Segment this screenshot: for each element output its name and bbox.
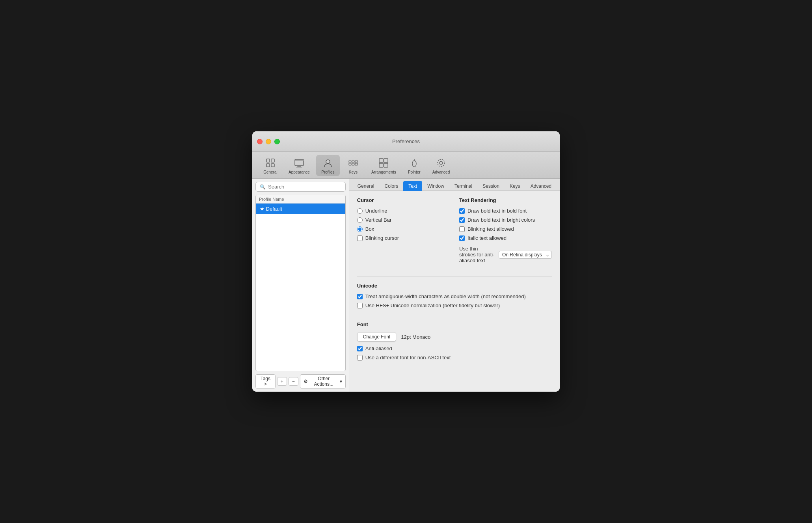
close-button[interactable] [257, 139, 263, 144]
profile-list: Profile Name ★ Default [255, 195, 346, 371]
maximize-button[interactable] [274, 139, 280, 144]
tab-keys[interactable]: Keys [505, 181, 525, 191]
profile-item-label: ★ Default [260, 206, 282, 212]
profiles-icon [322, 157, 334, 169]
blinking-text-option[interactable]: Blinking text allowed [459, 226, 552, 232]
hfs-normalization-option[interactable]: Use HFS+ Unicode normalization (better f… [357, 303, 552, 308]
anti-aliased-checkbox[interactable] [357, 346, 363, 351]
tab-colors[interactable]: Colors [379, 181, 403, 191]
cursor-section: Cursor Underline Vertical Bar [357, 197, 450, 263]
cursor-vertical-bar-label: Vertical Bar [365, 217, 391, 223]
change-font-button[interactable]: Change Font [357, 332, 396, 342]
window-title: Preferences [392, 138, 420, 144]
svg-rect-1 [266, 164, 270, 167]
pointer-icon [408, 157, 421, 169]
add-profile-button[interactable]: + [277, 377, 287, 386]
arrangements-icon [377, 157, 390, 169]
text-rendering-section: Text Rendering Draw bold text in bold fo… [459, 197, 552, 263]
non-ascii-font-option[interactable]: Use a different font for non-ASCII text [357, 355, 552, 360]
top-section: Cursor Underline Vertical Bar [357, 197, 552, 270]
svg-rect-17 [379, 163, 383, 167]
search-box[interactable]: 🔍 [255, 182, 346, 192]
cursor-box[interactable]: Box [357, 226, 450, 232]
tab-window[interactable]: Window [422, 181, 449, 191]
arrangements-label: Arrangements [371, 170, 396, 174]
pointer-label: Pointer [408, 170, 421, 174]
main-panel: General Colors Text Window Terminal Sess… [349, 179, 560, 392]
tab-general[interactable]: General [352, 181, 380, 191]
toolbar-item-advanced[interactable]: Advanced [428, 155, 454, 176]
bold-bright-option[interactable]: Draw bold text in bright colors [459, 217, 552, 223]
text-rendering-options: Draw bold text in bold font Draw bold te… [459, 208, 552, 263]
tags-button[interactable]: Tags > [255, 374, 276, 389]
remove-profile-button[interactable]: − [289, 377, 298, 386]
font-row: Change Font 12pt Monaco [357, 332, 552, 342]
toolbar: General Appearance Profiles [252, 152, 560, 179]
non-ascii-font-checkbox[interactable] [357, 355, 363, 360]
svg-rect-7 [296, 167, 302, 168]
cursor-box-radio[interactable] [357, 226, 363, 232]
tabs-bar: General Colors Text Window Terminal Sess… [349, 179, 560, 191]
svg-rect-0 [266, 159, 270, 162]
profile-item-default[interactable]: ★ Default [256, 204, 345, 214]
unicode-section: Unicode Treat ambiguous-width characters… [357, 283, 552, 308]
svg-rect-2 [271, 159, 274, 162]
blinking-text-checkbox[interactable] [459, 226, 465, 232]
gear-icon: ⚙ [304, 379, 308, 384]
toolbar-item-appearance[interactable]: Appearance [284, 155, 315, 176]
tab-session[interactable]: Session [477, 181, 505, 191]
toolbar-item-keys[interactable]: Keys [341, 155, 365, 176]
ambiguous-width-option[interactable]: Treat ambiguous-width characters as doub… [357, 293, 552, 299]
hfs-normalization-label: Use HFS+ Unicode normalization (better f… [365, 303, 500, 308]
general-icon [264, 157, 277, 169]
anti-aliased-option[interactable]: Anti-aliased [357, 346, 552, 351]
cursor-options: Underline Vertical Bar Box [357, 208, 450, 241]
italic-text-checkbox[interactable] [459, 235, 465, 241]
chevron-down-icon: ▾ [340, 379, 342, 384]
cursor-blinking-checkbox[interactable] [357, 235, 363, 241]
svg-rect-15 [379, 159, 383, 163]
toolbar-item-general[interactable]: General [259, 155, 282, 176]
toolbar-item-profiles[interactable]: Profiles [316, 155, 340, 176]
bold-font-label: Draw bold text in bold font [467, 208, 527, 214]
toolbar-item-arrangements[interactable]: Arrangements [367, 155, 401, 176]
advanced-icon [435, 157, 447, 169]
cursor-underline[interactable]: Underline [357, 208, 450, 214]
tab-advanced[interactable]: Advanced [525, 181, 557, 191]
bold-bright-checkbox[interactable] [459, 217, 465, 223]
sidebar-bottom: Tags > + − ⚙ Other Actions... ▾ [255, 371, 346, 389]
cursor-blinking[interactable]: Blinking cursor [357, 235, 450, 241]
svg-rect-3 [271, 164, 274, 167]
bold-font-checkbox[interactable] [459, 208, 465, 214]
cursor-vertical-bar[interactable]: Vertical Bar [357, 217, 450, 223]
retina-select[interactable]: Always On Retina displays Never [499, 251, 552, 259]
minimize-button[interactable] [266, 139, 271, 144]
ambiguous-width-checkbox[interactable] [357, 294, 363, 299]
titlebar: Preferences [252, 131, 560, 152]
tab-text[interactable]: Text [403, 181, 422, 191]
svg-rect-10 [352, 161, 354, 163]
cursor-underline-radio[interactable] [357, 208, 363, 214]
tab-terminal[interactable]: Terminal [449, 181, 477, 191]
keys-icon [347, 157, 359, 169]
toolbar-item-pointer[interactable]: Pointer [402, 155, 426, 176]
other-actions-button[interactable]: ⚙ Other Actions... ▾ [300, 374, 346, 389]
advanced-label: Advanced [432, 170, 450, 174]
thin-strokes-label: Use thin strokes for anti-aliased text [459, 246, 495, 263]
keys-label: Keys [349, 170, 358, 174]
font-options: Anti-aliased Use a different font for no… [357, 346, 552, 360]
hfs-normalization-checkbox[interactable] [357, 303, 363, 308]
search-input[interactable] [268, 184, 341, 190]
svg-rect-14 [355, 163, 358, 165]
general-label: General [263, 170, 277, 174]
font-title: Font [357, 321, 552, 327]
cursor-vertical-bar-radio[interactable] [357, 217, 363, 223]
divider-1 [357, 276, 552, 276]
content-area: 🔍 Profile Name ★ Default Tags > + − ⚙ Ot… [252, 179, 560, 392]
retina-select-wrapper[interactable]: Always On Retina displays Never [499, 251, 552, 259]
window-controls [257, 139, 280, 144]
text-rendering-title: Text Rendering [459, 197, 552, 203]
svg-rect-9 [349, 161, 351, 163]
bold-font-option[interactable]: Draw bold text in bold font [459, 208, 552, 214]
italic-text-option[interactable]: Italic text allowed [459, 235, 552, 241]
